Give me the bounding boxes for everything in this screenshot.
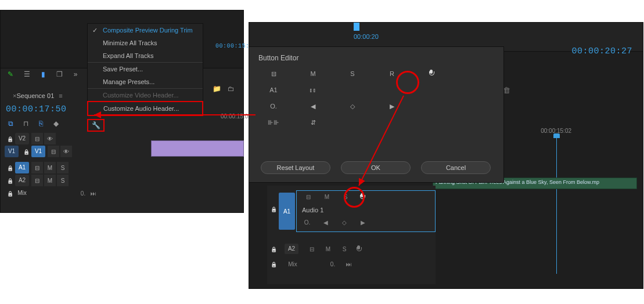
keyframe-o[interactable]: O. xyxy=(265,103,282,110)
mic-icon[interactable] xyxy=(359,193,366,200)
ok-button[interactable]: OK xyxy=(341,161,411,174)
lock-icon[interactable] xyxy=(5,165,15,171)
ruler-timecode: 00:00:20 xyxy=(354,33,379,40)
record-button[interactable]: R xyxy=(384,70,400,77)
sync-lock-icon[interactable]: ⊟ xyxy=(48,146,59,157)
lock-icon[interactable] xyxy=(5,190,15,197)
track-v1-source[interactable]: V1 xyxy=(5,146,19,157)
snap-icon[interactable]: ⊓ xyxy=(21,119,30,128)
overlay-icon[interactable]: ❐ xyxy=(55,70,64,79)
solo-button[interactable]: S xyxy=(57,162,69,173)
ruler-timecode-2: 00:00:15:02 xyxy=(221,113,251,120)
menu-customize-audio-header[interactable]: Customize Audio Header... xyxy=(87,101,203,116)
lock-icon[interactable] xyxy=(5,178,15,184)
lock-icon[interactable] xyxy=(270,206,277,212)
link-icon[interactable]: ⎘ xyxy=(36,119,45,128)
playhead-timecode-right[interactable]: 00:00:20:27 xyxy=(571,46,632,56)
context-menu: Composite Preview During Trim Minimize A… xyxy=(87,23,203,116)
sync-lock-icon[interactable]: ⊟ xyxy=(303,194,314,200)
skip-icon[interactable]: ⏭ xyxy=(88,190,99,197)
playhead-marker[interactable] xyxy=(354,23,359,31)
a1-button-row1: ⊟ M S xyxy=(303,193,366,200)
playhead[interactable] xyxy=(556,135,557,274)
menu-manage-presets[interactable]: Manage Presets... xyxy=(88,75,203,88)
next-keyframe-icon[interactable]: ▶ xyxy=(358,219,368,226)
menu-customize-video-header: Customize Video Header... xyxy=(88,88,203,102)
track-mix-header[interactable]: Mix 0. ⏭ xyxy=(5,187,99,200)
mic-icon[interactable] xyxy=(355,245,362,252)
track-mix-label[interactable]: Mix xyxy=(285,261,301,267)
sequence-tab[interactable]: ×Sequence 01≡ xyxy=(3,90,67,102)
more-icon[interactable]: » xyxy=(71,70,80,79)
wrench-settings-button[interactable]: 🔧 xyxy=(87,119,105,132)
track-a2-header[interactable]: A2 ⊟ M S xyxy=(5,174,70,187)
track-v1-label[interactable]: V1 xyxy=(31,146,45,157)
solo-button[interactable]: S xyxy=(339,246,350,252)
dialog-title: Button Editor xyxy=(249,47,503,66)
track-mix-header-right[interactable]: Mix 0. ⏭ xyxy=(268,261,354,267)
prev-keyframe-icon[interactable]: ◀ xyxy=(321,219,331,226)
monitor-icon[interactable]: ▮ xyxy=(38,70,48,79)
list-icon[interactable]: ☰ xyxy=(22,70,31,79)
sync-lock-icon[interactable]: ⊟ xyxy=(265,70,282,78)
a1-track-name: Audio 1 xyxy=(302,207,323,213)
solo-button[interactable]: S xyxy=(344,70,361,77)
track-v2-label[interactable]: V2 xyxy=(15,133,29,144)
add-keyframe-icon[interactable]: ◇ xyxy=(344,103,361,110)
mute-button[interactable]: M xyxy=(323,246,333,252)
track-a2-label[interactable]: A2 xyxy=(285,244,298,254)
dialog-row-3: O. ◀ ◇ ▶ xyxy=(249,98,503,114)
eye-icon[interactable]: 👁 xyxy=(44,133,56,144)
menu-expand-tracks[interactable]: Expand All Tracks xyxy=(88,49,203,62)
lock-icon[interactable] xyxy=(21,149,31,155)
sync-lock-icon[interactable]: ⊟ xyxy=(31,162,43,173)
cancel-button[interactable]: Cancel xyxy=(421,161,491,174)
marker-icon[interactable]: ◆ xyxy=(51,119,60,128)
fader-icon[interactable]: ⇵ xyxy=(305,119,321,126)
mute-button[interactable]: M xyxy=(44,175,56,186)
mic-button[interactable] xyxy=(423,70,440,78)
lock-icon[interactable] xyxy=(5,136,15,142)
track-v2-header[interactable]: V2 ⊟ 👁 xyxy=(5,132,57,145)
keyframe-o[interactable]: O. xyxy=(302,219,312,226)
next-keyframe-icon[interactable]: ▶ xyxy=(384,103,400,110)
playhead-timecode[interactable]: 00:00:17:50 xyxy=(6,104,67,114)
sync-lock-icon[interactable]: ⊟ xyxy=(31,175,43,186)
tab-menu-icon[interactable]: ≡ xyxy=(59,92,62,99)
mute-button[interactable]: M xyxy=(305,70,321,77)
eye-icon[interactable]: 👁 xyxy=(60,146,72,157)
menu-save-preset[interactable]: Save Preset... xyxy=(88,62,203,75)
lock-icon[interactable] xyxy=(268,246,279,252)
track-a1-label[interactable]: A1 xyxy=(265,86,282,93)
sequence-tab-label: Sequence 01 xyxy=(16,92,54,99)
menu-minimize-tracks[interactable]: Minimize All Tracks xyxy=(88,37,203,49)
track-a2-header-right[interactable]: A2 ⊟ M S xyxy=(268,244,362,254)
sequence-tabs: ×Sequence 01≡ xyxy=(3,90,67,102)
waveform-icon[interactable]: ⊪⊪ xyxy=(265,119,282,126)
track-a1-label[interactable]: A1 xyxy=(279,193,295,230)
track-v1-header[interactable]: V1 V1 ⊟ 👁 xyxy=(5,145,73,158)
meter-icon[interactable]: ⫾⫾ xyxy=(305,86,321,93)
skip-icon[interactable]: ⏭ xyxy=(344,261,354,267)
video-clip[interactable] xyxy=(151,140,244,157)
pen-icon[interactable]: ✎ xyxy=(6,70,15,79)
track-a2-label[interactable]: A2 xyxy=(15,175,29,186)
timeline-tools: ⧉ ⊓ ⎘ ◆ xyxy=(6,119,60,128)
mute-button[interactable]: M xyxy=(322,194,332,200)
menu-composite-preview[interactable]: Composite Preview During Trim xyxy=(88,24,203,37)
bin-icon[interactable]: 🗀 xyxy=(226,84,236,93)
sync-lock-icon[interactable]: ⊟ xyxy=(307,246,317,252)
lock-icon[interactable] xyxy=(268,261,279,267)
add-keyframe-icon[interactable]: ◇ xyxy=(339,219,350,226)
insert-icon[interactable]: ⧉ xyxy=(6,119,15,128)
mute-button[interactable]: M xyxy=(44,162,56,173)
track-mix-label[interactable]: Mix xyxy=(15,187,29,199)
prev-keyframe-icon[interactable]: ◀ xyxy=(305,103,321,110)
track-a1-header[interactable]: A1 ⊟ M S xyxy=(5,161,70,174)
solo-button[interactable]: S xyxy=(57,175,69,186)
reset-layout-button[interactable]: Reset Layout xyxy=(261,161,330,174)
solo-button[interactable]: S xyxy=(340,194,351,200)
folder-icon[interactable]: 📁 xyxy=(212,84,221,93)
sync-lock-icon[interactable]: ⊟ xyxy=(31,133,43,144)
track-a1-label[interactable]: A1 xyxy=(15,162,29,173)
